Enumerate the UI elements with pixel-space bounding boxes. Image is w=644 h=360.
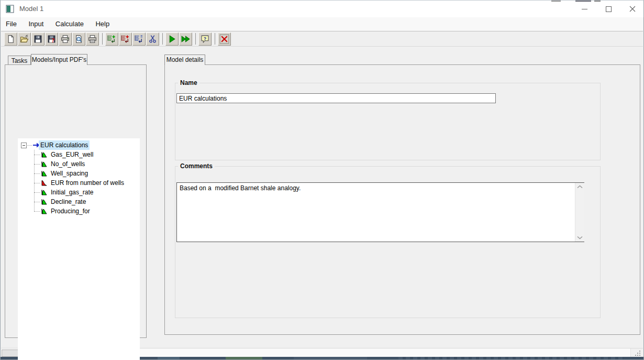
svg-text:?: ? [52, 37, 55, 43]
close-button[interactable] [620, 1, 644, 17]
tree-item-initial-gas-rate[interactable]: Initial_gas_rate [18, 188, 140, 197]
models-panel: EUR calculations Gas_EUR_well No_of_well… [5, 64, 147, 338]
tab-model-details-label: Model details [166, 56, 204, 63]
toolbar: ? ? [1, 31, 643, 47]
cut-icon [148, 35, 157, 43]
add-output-icon [121, 35, 130, 43]
tree-item-label: Gas_EUR_well [49, 150, 95, 159]
maximize-icon [606, 6, 612, 12]
add-output-button[interactable] [119, 32, 132, 46]
tree-connector [34, 202, 40, 202]
model-tree: EUR calculations Gas_EUR_well No_of_well… [18, 138, 140, 360]
menu-input[interactable]: Input [24, 17, 48, 31]
comments-textarea[interactable]: Based on a modified Barnet shale analogy… [176, 182, 584, 242]
tree-connector [34, 192, 40, 193]
pdf-green-icon [41, 208, 48, 215]
minimize-button[interactable] [572, 1, 596, 17]
save-icon [34, 35, 42, 43]
tab-model-details[interactable]: Model details [164, 54, 205, 65]
tab-tasks[interactable]: Tasks [8, 56, 31, 65]
window-title: Model 1 [19, 5, 43, 13]
tree-item-label: No_of_wells [49, 159, 86, 169]
save-button[interactable] [31, 32, 45, 46]
menu-calculate[interactable]: Calculate [51, 17, 88, 31]
tree-item-eur-from-number-of-wells[interactable]: EUR from number of wells [18, 178, 140, 188]
pdf-green-icon [41, 189, 48, 196]
new-file-button[interactable] [4, 32, 17, 46]
tree-connector [34, 164, 40, 165]
tree-connector [34, 211, 40, 212]
tab-models-label: Models/Input PDF's [32, 56, 86, 63]
tree-item-label: Initial_gas_rate [49, 188, 95, 197]
tree-connector [34, 173, 40, 174]
tree-connector [26, 145, 32, 146]
run-all-icon [181, 35, 191, 43]
background-window-sliver [551, 1, 561, 2]
comments-group-label: Comments [178, 162, 215, 170]
print-preview-button[interactable] [72, 32, 85, 46]
print-button[interactable] [59, 32, 72, 46]
print-icon [61, 35, 70, 43]
tree-item-gas-eur-well[interactable]: Gas_EUR_well [18, 150, 140, 159]
taskbar-noise [294, 357, 367, 359]
title-bar: Model 1 [1, 1, 643, 17]
app-window: Model 1 File Input Calculate Help ? [0, 0, 644, 360]
run-all-button[interactable] [179, 32, 192, 46]
tree-item-producing-for[interactable]: Producing_for [18, 206, 140, 216]
tab-tasks-label: Tasks [12, 57, 28, 64]
open-file-button[interactable] [18, 32, 31, 46]
add-input-pdf-icon [107, 35, 116, 43]
delete-button[interactable] [218, 32, 231, 46]
tree-item-label: Decline_rate [49, 197, 87, 206]
pdf-red-icon [41, 179, 48, 187]
pdf-green-icon [41, 160, 48, 168]
menu-help[interactable]: Help [91, 17, 114, 31]
taskbar-noise [158, 357, 180, 359]
save-as-icon: ? [47, 35, 56, 43]
toolbar-separator [162, 33, 163, 45]
tab-models-input-pdfs[interactable]: Models/Input PDF's [31, 54, 87, 65]
minimize-icon [582, 9, 587, 9]
close-icon [629, 6, 636, 12]
pdf-green-icon [41, 170, 48, 177]
tree-item-eur-calculations[interactable]: EUR calculations [18, 140, 140, 150]
tree-connector [34, 183, 40, 183]
tree-item-label: EUR from number of wells [49, 178, 126, 188]
run-icon [168, 35, 176, 43]
background-window-sliver [594, 1, 601, 2]
tree-connector [34, 155, 40, 155]
comments-scrollbar[interactable] [575, 183, 584, 242]
background-window-sliver [575, 1, 591, 2]
tree-item-well-spacing[interactable]: Well_spacing [18, 169, 140, 178]
scroll-down-icon[interactable] [577, 236, 583, 239]
cut-button[interactable] [146, 32, 159, 46]
page-setup-button[interactable] [86, 32, 99, 46]
name-group-label: Name [178, 79, 199, 86]
help-button[interactable]: ? [198, 32, 212, 46]
maximize-button[interactable] [596, 1, 620, 17]
svg-text:?: ? [204, 35, 207, 41]
page-setup-icon [88, 35, 97, 43]
pdf-green-icon [41, 151, 48, 158]
help-icon: ? [201, 35, 209, 43]
toolbar-separator [215, 33, 215, 45]
tree-item-label: Producing_for [49, 206, 92, 216]
run-button[interactable] [165, 32, 179, 46]
toolbar-separator [102, 33, 103, 45]
taskbar-noise [226, 357, 262, 359]
model-name-input[interactable] [176, 93, 496, 103]
add-input-pdf-button[interactable] [105, 32, 118, 46]
menu-file[interactable]: File [1, 17, 21, 31]
tree-item-label: Well_spacing [49, 169, 90, 178]
tree-item-no-of-wells[interactable]: No_of_wells [18, 159, 140, 169]
print-preview-icon [74, 35, 83, 43]
scroll-up-icon[interactable] [577, 185, 583, 189]
new-file-icon [6, 35, 15, 43]
edit-list-icon [135, 35, 143, 43]
edit-list-button[interactable] [132, 32, 146, 46]
tree-item-decline-rate[interactable]: Decline_rate [18, 197, 140, 206]
save-as-button[interactable]: ? [45, 32, 58, 46]
app-icon [6, 5, 14, 13]
pdf-green-icon [41, 198, 48, 205]
resize-grip-icon [639, 355, 640, 356]
